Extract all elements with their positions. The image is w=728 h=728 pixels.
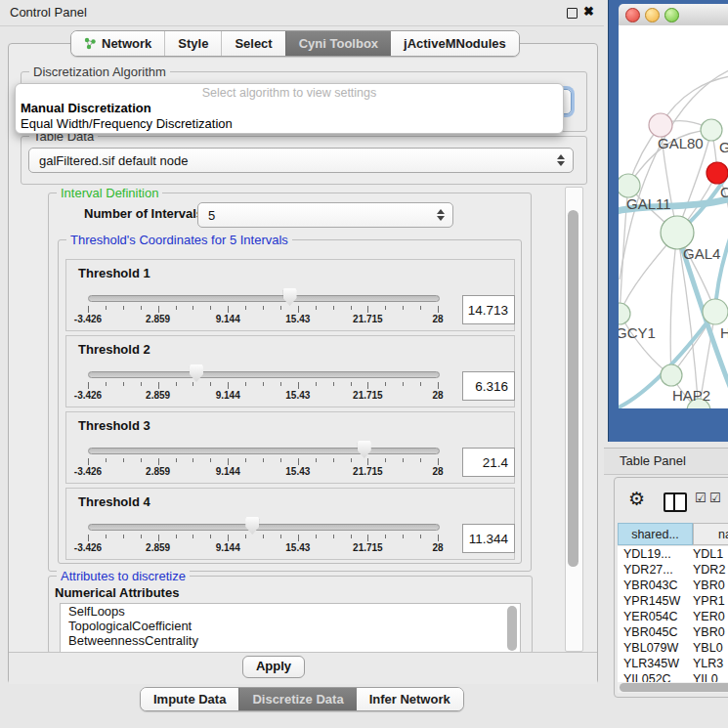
network-node[interactable]: [703, 299, 728, 324]
minor-tick: [176, 306, 177, 310]
threshold-block-1: Threshold 1-3.4262.8599.14415.4321.71528…: [65, 259, 515, 331]
threshold-label: Threshold 3: [78, 418, 150, 433]
table-row[interactable]: YDL19...YDL1: [618, 546, 728, 562]
tick-label: 15.43: [274, 314, 322, 324]
table-row[interactable]: YLR345WYLR3: [618, 656, 728, 671]
network-graph: GAL80GACGAL11GAL4GCY1HHAP2: [619, 25, 728, 408]
threshold-value-field[interactable]: 21.4: [462, 448, 515, 477]
slider-thumb[interactable]: [283, 288, 297, 306]
close-traffic-light-icon[interactable]: [625, 8, 640, 22]
cyni-toolbox-panel: Discretization Algorithm Select algorith…: [8, 43, 598, 684]
network-node[interactable]: [701, 119, 722, 141]
tick-label: 2.859: [134, 542, 183, 553]
dropdown-option-manual-discretization[interactable]: Manual Discretization: [21, 101, 151, 115]
network-node[interactable]: [649, 113, 672, 137]
table-cell: YDR27...: [618, 562, 693, 578]
tick-label: -3.426: [64, 314, 112, 324]
tab-impute-data[interactable]: Impute Data: [141, 688, 238, 710]
major-tick: [367, 306, 368, 313]
table-column-header-1[interactable]: shared...: [618, 523, 693, 545]
table-row[interactable]: YDR27...YDR2: [618, 562, 728, 578]
minor-tick: [420, 535, 421, 538]
panel-scrollbar-thumb[interactable]: [568, 210, 578, 567]
bottom-tab-bar: Impute DataDiscretize DataInfer Network: [140, 687, 464, 711]
minor-tick: [280, 382, 281, 386]
checkbox-icon[interactable]: ☑: [709, 491, 721, 505]
table-cell: YBR0: [693, 578, 728, 593]
major-tick: [298, 535, 299, 541]
minor-tick: [385, 382, 386, 386]
major-tick: [298, 306, 299, 313]
slider-thumb[interactable]: [358, 441, 371, 458]
network-canvas[interactable]: GAL80GACGAL11GAL4GCY1HHAP2: [619, 25, 728, 408]
threshold-value-field[interactable]: 6.316: [462, 371, 515, 401]
slider-thumb[interactable]: [245, 517, 259, 535]
columns-icon[interactable]: [664, 492, 687, 512]
network-node[interactable]: [619, 174, 640, 197]
network-window-titlebar[interactable]: [619, 4, 728, 26]
tick-label: 2.859: [134, 314, 183, 324]
network-node[interactable]: [619, 303, 630, 324]
dropdown-option-equal-width-frequency-discretization[interactable]: Equal Width/Frequency Discretization: [21, 116, 233, 131]
tick-label: 28: [413, 466, 462, 477]
threshold-label: Threshold 1: [78, 266, 150, 280]
list-scrollbar-thumb[interactable]: [507, 606, 517, 651]
slider-track[interactable]: [88, 295, 440, 302]
attribute-item-selfloops[interactable]: SelfLoops: [61, 604, 520, 619]
tab-select[interactable]: Select: [221, 31, 284, 56]
number-of-intervals-combo[interactable]: 5: [197, 202, 453, 228]
table-cell: YPR1: [693, 593, 728, 609]
tab-cyni-toolbox[interactable]: Cyni Toolbox: [285, 31, 391, 56]
network-node-label: GA: [719, 139, 728, 155]
tab-style[interactable]: Style: [164, 31, 221, 56]
table-row[interactable]: YPR145WYPR1: [618, 593, 728, 609]
tab-network[interactable]: Network: [71, 31, 164, 56]
table-horizontal-scrollbar-thumb[interactable]: [620, 683, 728, 692]
network-node[interactable]: [661, 364, 682, 386]
minor-tick: [385, 306, 386, 310]
minor-tick: [141, 306, 142, 310]
minor-tick: [245, 382, 246, 386]
network-node[interactable]: [661, 216, 694, 249]
panel-scrollbar[interactable]: [565, 187, 583, 652]
table-data-combo[interactable]: galFiltered.sif default node: [28, 148, 574, 173]
table-horizontal-scrollbar[interactable]: [618, 682, 728, 693]
major-tick: [158, 306, 159, 313]
gear-icon[interactable]: ⚙: [628, 488, 645, 510]
tab-infer-network[interactable]: Infer Network: [357, 688, 463, 710]
table-row[interactable]: YBR045CYBR0: [618, 624, 728, 640]
slider-track[interactable]: [88, 371, 440, 378]
threshold-value-field[interactable]: 11.344: [462, 524, 515, 553]
table-cell: YER054C: [618, 609, 693, 624]
minimize-traffic-light-icon[interactable]: [645, 8, 660, 22]
numerical-attributes-list[interactable]: SelfLoopsTopologicalCoefficientBetweenne…: [60, 603, 521, 654]
table-row[interactable]: YER054CYER0: [618, 609, 728, 624]
tab-discretize-data[interactable]: Discretize Data: [238, 688, 356, 710]
minor-tick: [420, 306, 421, 310]
tab-jactivemnodules[interactable]: jActiveMNodules: [391, 31, 519, 56]
attribute-item-topologicalcoefficient[interactable]: TopologicalCoefficient: [61, 619, 520, 633]
tab-label: Network: [102, 36, 151, 51]
attributes-group-title: Attributes to discretize: [57, 569, 190, 583]
network-node[interactable]: [707, 162, 728, 184]
tick-label: 2.859: [134, 390, 183, 401]
threshold-value-field[interactable]: 14.713: [462, 295, 515, 324]
close-icon[interactable]: ✖: [583, 4, 594, 19]
slider-thumb[interactable]: [190, 364, 203, 382]
table-column-header-2[interactable]: na: [693, 523, 728, 545]
apply-button[interactable]: Apply: [242, 656, 305, 678]
tick-label: 9.144: [203, 466, 252, 477]
slider-track[interactable]: [88, 448, 440, 454]
table-row[interactable]: YBL079WYBL0: [618, 640, 728, 656]
table-row[interactable]: YBR043CYBR0: [618, 578, 728, 593]
table-row[interactable]: YIL052CYIL0: [618, 671, 728, 682]
dropdown-hint: Select algorithm to view settings: [16, 86, 563, 100]
slider-track[interactable]: [88, 524, 440, 531]
zoom-traffic-light-icon[interactable]: [664, 8, 679, 22]
float-window-icon[interactable]: [567, 8, 578, 19]
major-tick: [367, 382, 368, 389]
checkbox-icon[interactable]: ☑: [695, 491, 707, 505]
tab-label: Select: [235, 36, 272, 51]
attribute-item-betweennesscentrality[interactable]: BetweennessCentrality: [61, 633, 520, 648]
minor-tick: [420, 382, 421, 386]
